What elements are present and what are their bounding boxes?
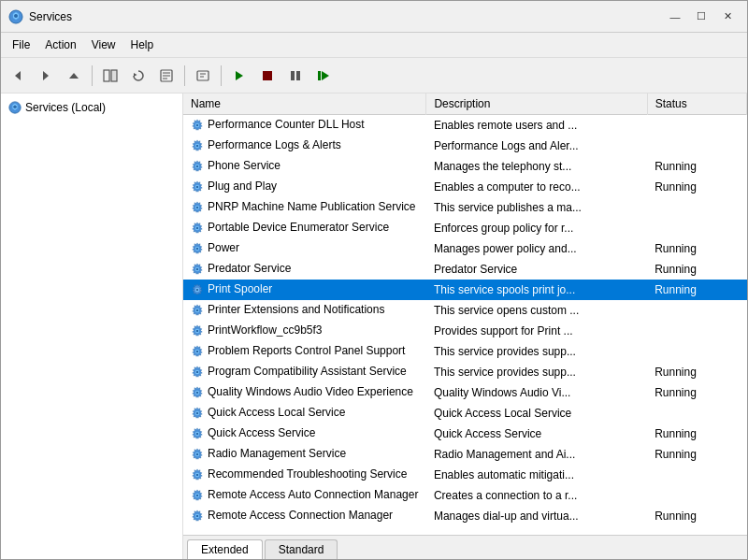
main-area: Services (Local) Name Description Status [1, 93, 747, 559]
cell-status: Running [647, 424, 746, 444]
cell-description: Enables automatic mitigati... [426, 465, 647, 485]
table-row[interactable]: Quality Windows Audio Video ExperienceQu… [183, 382, 747, 403]
cell-name: Remote Access Auto Connection Manager [183, 485, 426, 506]
cell-description: Creates a connection to a r... [426, 485, 647, 506]
table-row[interactable]: PrintWorkflow_cc9b5f3Provides support fo… [183, 321, 747, 341]
refresh-button[interactable] [125, 63, 151, 89]
services-table[interactable]: Name Description Status Performance Coun… [183, 93, 747, 535]
sidebar-item-services-local[interactable]: Services (Local) [1, 97, 182, 118]
up-button[interactable] [61, 63, 87, 89]
service-icon [191, 448, 204, 461]
svg-marker-20 [322, 71, 329, 80]
table-row[interactable]: Recommended Troubleshooting ServiceEnabl… [183, 465, 747, 485]
sidebar: Services (Local) [1, 93, 183, 559]
tab-standard[interactable]: Standard [265, 539, 338, 559]
service-name: Performance Logs & Alerts [208, 138, 341, 151]
cell-description: Quick Access Service [426, 424, 647, 444]
pause-service-button[interactable] [282, 63, 309, 89]
services-local-icon [8, 101, 22, 114]
forward-icon [39, 69, 52, 82]
service-name: Printer Extensions and Notifications [208, 303, 384, 316]
cell-status: Running [647, 259, 746, 280]
cell-status [647, 465, 746, 485]
cell-name: Radio Management Service [183, 444, 426, 465]
table-row[interactable]: Printer Extensions and NotificationsThis… [183, 300, 747, 321]
svg-point-61 [196, 371, 199, 374]
cell-status: Running [647, 238, 746, 259]
col-status[interactable]: Status [647, 93, 746, 115]
close-button[interactable]: ✕ [715, 5, 740, 29]
maximize-button[interactable]: ☐ [689, 5, 713, 29]
pause-icon [290, 70, 301, 81]
cell-name: Phone Service [183, 156, 426, 177]
cell-description: This service spools print jo... [426, 280, 647, 300]
service-icon [191, 407, 204, 420]
service-name: Phone Service [208, 159, 280, 172]
svg-point-52 [196, 309, 199, 312]
table-row[interactable]: Problem Reports Control Panel SupportThi… [183, 341, 747, 362]
service-name: Predator Service [208, 262, 291, 275]
start-service-button[interactable] [226, 63, 252, 89]
table-row[interactable]: Program Compatibility Assistant ServiceT… [183, 362, 747, 382]
services-tbody: Performance Counter DLL HostEnables remo… [183, 115, 747, 526]
service-icon [191, 386, 204, 399]
export-button[interactable] [153, 63, 180, 89]
menu-view[interactable]: View [84, 35, 123, 55]
menu-help[interactable]: Help [123, 35, 162, 55]
col-name[interactable]: Name [183, 93, 426, 115]
service-icon [191, 304, 204, 317]
minimize-button[interactable]: — [663, 5, 687, 29]
resume-icon [317, 70, 330, 81]
svg-point-1 [14, 14, 18, 18]
service-icon [191, 366, 204, 379]
back-button[interactable] [5, 63, 31, 89]
table-row[interactable]: Performance Counter DLL HostEnables remo… [183, 115, 747, 136]
properties-button[interactable] [190, 63, 216, 89]
menu-action[interactable]: Action [37, 35, 83, 55]
table-row[interactable]: Quick Access Local ServiceQuick Access L… [183, 403, 747, 424]
table-row[interactable]: Remote Access Auto Connection ManagerCre… [183, 485, 747, 506]
svg-point-40 [196, 227, 199, 230]
table-row[interactable]: Radio Management ServiceRadio Management… [183, 444, 747, 465]
svg-point-22 [13, 105, 17, 108]
service-icon [191, 345, 204, 358]
svg-point-28 [196, 145, 199, 148]
menu-file[interactable]: File [5, 35, 37, 55]
table-row[interactable]: Plug and PlayEnables a computer to reco.… [183, 177, 747, 197]
svg-marker-2 [15, 71, 21, 80]
table-row[interactable]: Predator ServicePredator ServiceRunning [183, 259, 747, 280]
table-row[interactable]: Phone ServiceManages the telephony st...… [183, 156, 747, 177]
cell-description: Provides support for Print ... [426, 321, 647, 341]
cell-description: Enables remote users and ... [426, 115, 647, 136]
table-row[interactable]: Quick Access ServiceQuick Access Service… [183, 424, 747, 444]
service-name: Remote Access Connection Manager [208, 509, 393, 522]
cell-name: Program Compatibility Assistant Service [183, 362, 426, 382]
cell-description: Quick Access Local Service [426, 403, 647, 424]
svg-point-64 [196, 392, 199, 395]
service-name: Quick Access Local Service [208, 406, 345, 419]
cell-description: Manages the telephony st... [426, 156, 647, 177]
cell-description: Enables a computer to reco... [426, 177, 647, 197]
resume-service-button[interactable] [310, 63, 337, 89]
table-row[interactable]: Performance Logs & AlertsPerformance Log… [183, 136, 747, 156]
table-row[interactable]: PNRP Machine Name Publication ServiceThi… [183, 197, 747, 218]
col-description[interactable]: Description [426, 93, 647, 115]
table-row[interactable]: Portable Device Enumerator ServiceEnforc… [183, 218, 747, 238]
service-name: Remote Access Auto Connection Manager [208, 488, 418, 501]
table-row[interactable]: Print SpoolerThis service spools print j… [183, 280, 747, 300]
cell-name: PNRP Machine Name Publication Service [183, 197, 426, 218]
table-row[interactable]: Remote Access Connection ManagerManages … [183, 506, 747, 526]
cell-name: Performance Counter DLL Host [183, 115, 426, 136]
table-row[interactable]: PowerManages power policy and...Running [183, 238, 747, 259]
svg-point-58 [196, 351, 199, 353]
services-data-table: Name Description Status Performance Coun… [183, 93, 747, 526]
service-icon [191, 242, 204, 255]
cell-name: PrintWorkflow_cc9b5f3 [183, 321, 426, 341]
show-hide-button[interactable] [97, 63, 123, 89]
tab-extended[interactable]: Extended [187, 539, 263, 559]
service-icon [191, 283, 204, 296]
forward-button[interactable] [33, 63, 59, 89]
export-icon [160, 69, 173, 82]
cell-description: Predator Service [426, 259, 647, 280]
stop-service-button[interactable] [254, 63, 280, 89]
